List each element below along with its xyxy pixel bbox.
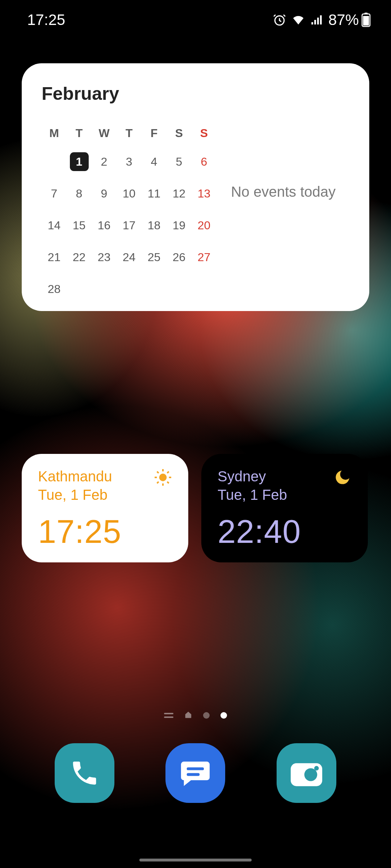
calendar-day-cell[interactable]: 18 [142,209,167,241]
calendar-day-cell [92,273,117,305]
svg-rect-4 [320,15,322,24]
svg-point-21 [314,766,319,770]
wifi-icon [291,13,306,27]
calendar-day-header: S [192,120,216,146]
calendar-day-header: S [167,120,192,146]
calendar-day-cell[interactable]: 9 [92,178,117,209]
calendar-day-cell[interactable]: 12 [167,178,192,209]
calendar-day-cell [117,273,142,305]
svg-rect-7 [363,16,369,25]
calendar-day-cell[interactable]: 20 [192,209,216,241]
calendar-day-cell[interactable]: 23 [92,241,117,273]
calendar-day-cell[interactable]: 26 [167,241,192,273]
page-dot[interactable] [203,712,210,719]
calendar-day-cell[interactable]: 3 [117,146,142,178]
dock [0,743,391,803]
messages-app-icon[interactable] [165,743,225,803]
calendar-day-cell[interactable]: 15 [67,209,92,241]
clock-date: Tue, 1 Feb [218,487,287,503]
phone-app-icon[interactable] [55,743,114,803]
svg-line-15 [157,482,159,483]
calendar-day-cell[interactable]: 8 [67,178,92,209]
camera-app-icon[interactable] [277,743,336,803]
calendar-day-cell[interactable]: 6 [192,146,216,178]
status-clock: 17:25 [27,11,65,29]
svg-rect-1 [311,22,313,24]
calendar-month-title: February [42,83,217,104]
calendar-day-cell[interactable]: 5 [167,146,192,178]
calendar-day-cell[interactable]: 17 [117,209,142,241]
svg-rect-2 [314,20,316,25]
signal-icon [310,13,324,27]
calendar-day-cell[interactable]: 4 [142,146,167,178]
calendar-day-cell[interactable]: 14 [42,209,67,241]
svg-line-16 [167,472,169,473]
clock-city: Kathmandu [38,468,112,485]
calendar-day-cell[interactable]: 22 [67,241,92,273]
sun-icon [154,468,172,488]
svg-rect-3 [317,18,319,25]
alarm-icon [273,13,286,27]
world-clock-sydney[interactable]: Sydney Tue, 1 Feb 22:40 [201,454,368,562]
calendar-day-cell[interactable]: 21 [42,241,67,273]
home-page-indicator[interactable] [184,711,192,720]
svg-line-12 [167,482,169,483]
clock-city: Sydney [218,468,287,485]
calendar-widget[interactable]: February MTWTFSS123456789101112131415161… [22,63,369,311]
calendar-day-cell[interactable]: 13 [192,178,216,209]
calendar-day-cell[interactable]: 2 [92,146,117,178]
svg-point-8 [159,474,167,481]
clock-time: 17:25 [38,513,172,550]
calendar-day-header: F [142,120,167,146]
world-clock-kathmandu[interactable]: Kathmandu Tue, 1 Feb 17:25 [22,454,188,562]
clock-time: 22:40 [218,513,352,550]
moon-icon [333,468,352,488]
calendar-day-header: W [92,120,117,146]
calendar-day-cell [42,146,67,178]
page-indicators[interactable] [0,711,391,720]
calendar-day-cell[interactable]: 27 [192,241,216,273]
calendar-day-cell[interactable]: 28 [42,273,67,305]
calendar-day-cell[interactable]: 11 [142,178,167,209]
calendar-day-cell[interactable]: 19 [167,209,192,241]
svg-rect-6 [364,13,367,14]
status-icons: 87% [273,11,371,29]
calendar-grid: MTWTFSS123456789101112131415161718192021… [42,120,217,305]
calendar-day-cell [167,273,192,305]
gesture-nav-bar[interactable] [139,859,252,861]
calendar-day-cell[interactable]: 24 [117,241,142,273]
clock-date: Tue, 1 Feb [38,487,112,503]
calendar-day-header: T [67,120,92,146]
calendar-day-cell [192,273,216,305]
calendar-day-header: M [42,120,67,146]
calendar-events-text: No events today [231,184,336,200]
calendar-day-cell[interactable]: 1 [67,146,92,178]
calendar-day-cell[interactable]: 7 [42,178,67,209]
svg-line-11 [157,472,159,473]
status-bar[interactable]: 17:25 87% [0,0,391,40]
battery-percent: 87% [328,11,359,29]
battery-icon [361,13,371,27]
calendar-day-cell [142,273,167,305]
calendar-day-cell [67,273,92,305]
apps-drawer-indicator[interactable] [164,713,173,718]
calendar-day-cell[interactable]: 10 [117,178,142,209]
calendar-day-cell[interactable]: 16 [92,209,117,241]
calendar-day-cell[interactable]: 25 [142,241,167,273]
page-dot-active[interactable] [220,712,227,719]
calendar-day-header: T [117,120,142,146]
